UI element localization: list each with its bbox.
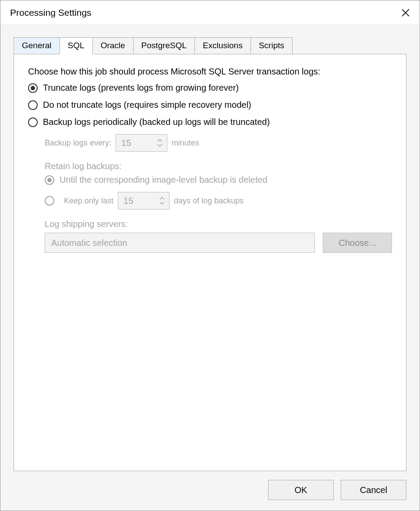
- radio-keep-last[interactable]: [45, 196, 54, 206]
- option-truncate-row[interactable]: Truncate logs (prevents logs from growin…: [28, 83, 392, 93]
- backup-every-row: Backup logs every: 15 minutes: [45, 134, 392, 152]
- tab-postgresql[interactable]: PostgreSQL: [133, 37, 195, 54]
- sql-description: Choose how this job should process Micro…: [28, 67, 392, 77]
- periodic-backup-settings: Backup logs every: 15 minutes Retain log…: [45, 134, 392, 253]
- log-shipping-row: Automatic selection Choose...: [45, 233, 392, 253]
- tab-exclusions[interactable]: Exclusions: [194, 37, 251, 54]
- keep-last-value: 15: [118, 192, 155, 209]
- radio-do-not-truncate[interactable]: [28, 100, 38, 110]
- close-icon: [402, 9, 409, 17]
- cancel-button[interactable]: Cancel: [341, 480, 406, 500]
- retain-until-deleted-row[interactable]: Until the corresponding image-level back…: [45, 175, 392, 185]
- window-title: Processing Settings: [10, 7, 92, 18]
- dialog-body: General SQL Oracle PostgreSQL Exclusions…: [0, 25, 420, 511]
- tab-oracle[interactable]: Oracle: [92, 37, 134, 54]
- choose-button[interactable]: Choose...: [323, 233, 392, 253]
- chevron-down-icon: [159, 201, 165, 205]
- button-bar: OK Cancel: [14, 480, 406, 500]
- retain-keep-last-row[interactable]: Keep only last 15 days of log backups: [45, 192, 392, 209]
- ok-button[interactable]: OK: [268, 480, 334, 500]
- log-shipping-input[interactable]: Automatic selection: [45, 233, 315, 253]
- chevron-down-icon: [157, 143, 162, 147]
- option-do-not-truncate-row[interactable]: Do not truncate logs (requires simple re…: [28, 100, 392, 110]
- backup-every-value: 15: [116, 135, 153, 151]
- sql-tab-panel: Choose how this job should process Micro…: [14, 54, 406, 471]
- radio-backup-periodically-label: Backup logs periodically (backed up logs…: [43, 117, 270, 127]
- shipping-label: Log shipping servers:: [45, 219, 392, 229]
- keep-last-prefix: Keep only last: [64, 196, 113, 206]
- radio-truncate[interactable]: [28, 83, 38, 93]
- tab-scripts[interactable]: Scripts: [251, 37, 293, 54]
- processing-settings-dialog: Processing Settings General SQL Oracle P…: [0, 0, 420, 511]
- radio-until-deleted[interactable]: [45, 175, 54, 185]
- radio-do-not-truncate-label: Do not truncate logs (requires simple re…: [43, 100, 251, 110]
- close-button[interactable]: [399, 6, 413, 20]
- radio-backup-periodically[interactable]: [28, 117, 38, 127]
- titlebar: Processing Settings: [0, 0, 420, 25]
- tab-general[interactable]: General: [14, 37, 60, 54]
- backup-every-spinner[interactable]: 15: [116, 134, 167, 152]
- radio-until-deleted-label: Until the corresponding image-level back…: [60, 175, 268, 185]
- backup-every-label: Backup logs every:: [45, 138, 111, 148]
- spinner-arrows[interactable]: [155, 192, 169, 209]
- radio-truncate-label: Truncate logs (prevents logs from growin…: [43, 83, 239, 93]
- keep-last-suffix: days of log backups: [174, 196, 244, 206]
- chevron-up-icon: [157, 139, 162, 142]
- tab-sql[interactable]: SQL: [60, 37, 93, 54]
- keep-last-spinner[interactable]: 15: [118, 192, 169, 209]
- spinner-arrows[interactable]: [153, 135, 167, 151]
- retain-label: Retain log backups:: [45, 161, 392, 171]
- tabstrip: General SQL Oracle PostgreSQL Exclusions…: [14, 37, 406, 54]
- backup-every-unit: minutes: [172, 138, 199, 148]
- option-backup-periodically-row[interactable]: Backup logs periodically (backed up logs…: [28, 117, 392, 127]
- chevron-up-icon: [159, 197, 165, 200]
